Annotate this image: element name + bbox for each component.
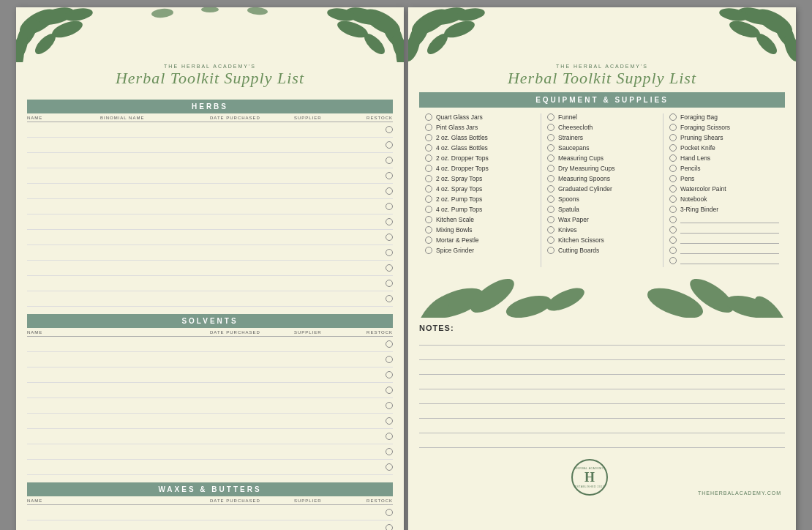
restock-circle[interactable]: [386, 218, 393, 225]
solvents-table: NAME DATE PURCHASED SUPPLIER RESTOCK: [27, 328, 393, 475]
restock-circle[interactable]: [386, 448, 393, 455]
equip-item-text: 3-Ring Binder: [680, 206, 718, 213]
restock-circle[interactable]: [386, 340, 393, 348]
equip-circle[interactable]: [669, 195, 677, 203]
equip-circle[interactable]: [425, 236, 432, 244]
equip-circle[interactable]: [425, 226, 432, 234]
equip-circle[interactable]: [425, 154, 432, 162]
equip-item-text: Spice Grinder: [436, 247, 474, 254]
blank-circle[interactable]: [669, 247, 677, 254]
equip-circle[interactable]: [547, 206, 555, 213]
equip-circle[interactable]: [547, 154, 555, 162]
blank-circle[interactable]: [669, 257, 677, 264]
equip-columns: Quart Glass Jars Pint Glass Jars 2 oz. G…: [419, 113, 785, 267]
equip-circle[interactable]: [547, 226, 555, 234]
notes-line: [419, 395, 785, 404]
col-supplier-w: SUPPLIER: [294, 499, 360, 503]
restock-circle[interactable]: [386, 524, 393, 530]
equip-circle[interactable]: [547, 144, 555, 152]
equip-item-text: Saucepans: [558, 144, 590, 152]
restock-circle[interactable]: [386, 417, 393, 425]
equip-circle[interactable]: [547, 175, 555, 182]
equip-circle[interactable]: [425, 165, 432, 172]
equip-item-text: Knives: [558, 226, 577, 234]
equip-circle[interactable]: [425, 247, 432, 254]
equip-circle[interactable]: [547, 185, 555, 193]
blank-equip-line: [669, 247, 779, 254]
restock-circle[interactable]: [386, 172, 393, 179]
waxes-col-headers: NAME DATE PURCHASED SUPPLIER RESTOCK: [27, 496, 393, 505]
equip-circle[interactable]: [425, 185, 432, 193]
equip-circle[interactable]: [425, 124, 432, 131]
equip-circle[interactable]: [425, 175, 432, 182]
equip-circle[interactable]: [425, 216, 432, 223]
equip-item-text: Cheesecloth: [558, 124, 593, 131]
blank-circle[interactable]: [669, 226, 677, 234]
restock-circle[interactable]: [386, 509, 393, 516]
equip-circle[interactable]: [547, 195, 555, 203]
restock-circle[interactable]: [386, 402, 393, 409]
equip-circle[interactable]: [547, 216, 555, 223]
equip-item-text: Funnel: [558, 113, 577, 121]
restock-circle[interactable]: [386, 371, 393, 378]
table-row: [27, 184, 393, 199]
col-supplier: SUPPLIER: [294, 116, 360, 120]
restock-circle[interactable]: [386, 126, 393, 133]
equip-circle[interactable]: [547, 247, 555, 254]
equip-circle[interactable]: [425, 195, 432, 203]
restock-circle[interactable]: [386, 249, 393, 256]
restock-circle[interactable]: [386, 141, 393, 149]
equip-item-text: Measuring Cups: [558, 154, 604, 162]
restock-circle[interactable]: [386, 280, 393, 287]
equip-col-3: Foraging Bag Foraging Scissors Pruning S…: [663, 113, 785, 267]
middle-botanical: [419, 277, 785, 318]
equip-item: Pruning Shears: [669, 134, 779, 141]
notes-line: [419, 351, 785, 360]
equip-item-text: 2 oz. Dropper Tops: [436, 154, 489, 162]
restock-circle[interactable]: [386, 387, 393, 394]
equip-item-text: Pocket Knife: [680, 144, 715, 152]
equip-item: Funnel: [547, 113, 657, 121]
equip-circle[interactable]: [547, 113, 555, 121]
equip-circle[interactable]: [669, 185, 677, 193]
restock-circle[interactable]: [386, 463, 393, 471]
restock-circle[interactable]: [386, 157, 393, 164]
equip-item-text: Pens: [680, 175, 694, 182]
equip-circle[interactable]: [547, 134, 555, 141]
equip-circle[interactable]: [669, 113, 677, 121]
equip-circle[interactable]: [669, 124, 677, 131]
equip-circle[interactable]: [669, 144, 677, 152]
waxes-rows: [27, 505, 393, 530]
restock-circle[interactable]: [386, 203, 393, 210]
equip-circle[interactable]: [547, 165, 555, 172]
equip-circle[interactable]: [425, 206, 432, 213]
restock-circle[interactable]: [386, 356, 393, 363]
restock-circle[interactable]: [386, 295, 393, 302]
equip-circle[interactable]: [669, 154, 677, 162]
herbs-section: HERBS NAME BINOMIAL NAME DATE PURCHASED …: [16, 100, 404, 307]
equip-item: 4 oz. Spray Tops: [425, 185, 535, 193]
table-row: [27, 245, 393, 261]
restock-circle[interactable]: [386, 234, 393, 241]
equip-circle[interactable]: [425, 144, 432, 152]
equip-item-text: Cutting Boards: [558, 247, 599, 254]
restock-circle[interactable]: [386, 264, 393, 272]
table-row: [27, 352, 393, 367]
blank-circle[interactable]: [669, 236, 677, 244]
notes-line: [419, 381, 785, 389]
blank-circle[interactable]: [669, 216, 677, 223]
equip-item: Kitchen Scissors: [547, 236, 657, 244]
equip-circle[interactable]: [425, 113, 432, 121]
equip-circle[interactable]: [669, 206, 677, 213]
equip-circle[interactable]: [425, 134, 432, 141]
equip-circle[interactable]: [547, 236, 555, 244]
equip-circle[interactable]: [669, 165, 677, 172]
equip-circle[interactable]: [547, 124, 555, 131]
table-row: [27, 214, 393, 230]
col-name-s: NAME: [27, 330, 100, 335]
col-date-w: DATE PURCHASED: [210, 499, 294, 503]
equip-circle[interactable]: [669, 134, 677, 141]
equip-circle[interactable]: [669, 175, 677, 182]
restock-circle[interactable]: [386, 433, 393, 440]
restock-circle[interactable]: [386, 187, 393, 195]
